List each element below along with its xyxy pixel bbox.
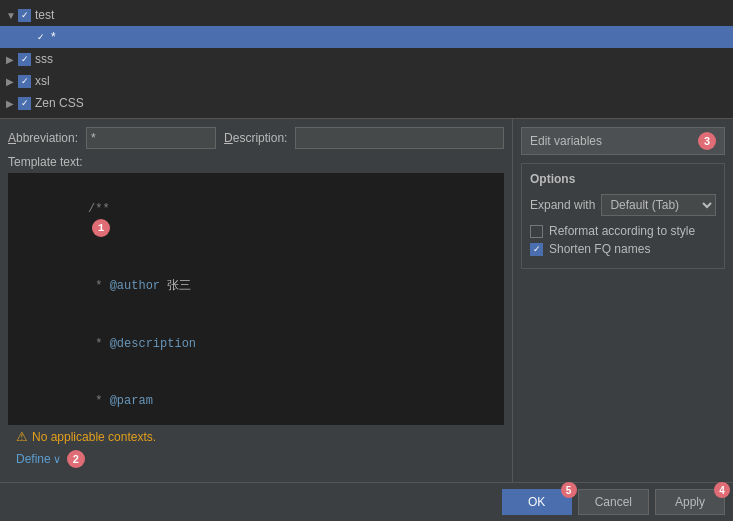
tree-item-sss[interactable]: ▶ sss (0, 48, 733, 70)
expand-with-row: Expand with Default (Tab) Tab Enter Spac… (530, 194, 716, 216)
warning-text: No applicable contexts. (32, 430, 156, 444)
options-group: Options Expand with Default (Tab) Tab En… (521, 163, 725, 269)
template-editor[interactable]: /** 1 * @author 张三 * @description * @par… (8, 173, 504, 425)
warning-area: ⚠ No applicable contexts. (8, 425, 504, 448)
badge-3: 3 (698, 132, 716, 150)
footer: OK 5 Cancel Apply 4 (0, 482, 733, 521)
abbrev-desc-row: Abbreviation: Description: (8, 127, 504, 149)
abbreviation-input[interactable] (86, 127, 216, 149)
cancel-button[interactable]: Cancel (578, 489, 649, 515)
ok-badge: 5 (561, 482, 577, 498)
tree-expand-test: ▼ (6, 10, 18, 21)
tree-label-test: test (35, 8, 54, 22)
badge-1: 1 (92, 219, 110, 237)
tree-label-zencss: Zen CSS (35, 96, 84, 110)
apply-button[interactable]: Apply 4 (655, 489, 725, 515)
edit-variables-label: Edit variables (530, 134, 602, 148)
code-line-3: * @param (16, 373, 496, 425)
ok-button[interactable]: OK 5 (502, 489, 572, 515)
reformat-checkbox[interactable] (530, 225, 543, 238)
code-line-2: * @description (16, 315, 496, 373)
tree-checkbox-zencss[interactable] (18, 97, 31, 110)
expand-with-select[interactable]: Default (Tab) Tab Enter Space (601, 194, 716, 216)
shorten-row: Shorten FQ names (530, 242, 716, 256)
apply-label: Apply (675, 495, 705, 509)
ok-label: OK (528, 495, 545, 509)
edit-variables-button[interactable]: Edit variables 3 (521, 127, 725, 155)
tree-checkbox-xsl[interactable] (18, 75, 31, 88)
tree-item-xsl[interactable]: ▶ xsl (0, 70, 733, 92)
tree-label-star: * (51, 30, 56, 44)
code-line-0: /** 1 (16, 181, 496, 258)
description-label: Description: (224, 131, 287, 145)
tree-expand-xsl: ▶ (6, 76, 18, 87)
description-input[interactable] (295, 127, 504, 149)
tree-checkbox-test[interactable] (18, 9, 31, 22)
expand-with-label: Expand with (530, 198, 595, 212)
shorten-checkbox[interactable] (530, 243, 543, 256)
reformat-row: Reformat according to style (530, 224, 716, 238)
main-content: Abbreviation: Description: Template text… (0, 119, 733, 482)
define-row: Define ∨ 2 (8, 448, 504, 474)
tree-area: ▼ test * ▶ sss ▶ xsl ▶ Zen CSS (0, 0, 733, 119)
tree-checkbox-star[interactable] (34, 31, 47, 44)
options-title: Options (530, 172, 716, 186)
template-text-label: Template text: (8, 155, 504, 169)
tree-checkbox-sss[interactable] (18, 53, 31, 66)
tree-item-star[interactable]: * (0, 26, 733, 48)
right-panel: Edit variables 3 Options Expand with Def… (513, 119, 733, 482)
abbreviation-label: Abbreviation: (8, 131, 78, 145)
cancel-label: Cancel (595, 495, 632, 509)
reformat-label: Reformat according to style (549, 224, 695, 238)
apply-badge: 4 (714, 482, 730, 498)
dialog: ▼ test * ▶ sss ▶ xsl ▶ Zen CSS (0, 0, 733, 521)
warning-icon: ⚠ (16, 429, 28, 444)
left-panel: Abbreviation: Description: Template text… (0, 119, 513, 482)
badge-2: 2 (67, 450, 85, 468)
tree-expand-sss: ▶ (6, 54, 18, 65)
tree-item-test[interactable]: ▼ test (0, 4, 733, 26)
code-line-1: * @author 张三 (16, 258, 496, 316)
define-link[interactable]: Define (16, 452, 51, 466)
tree-label-sss: sss (35, 52, 53, 66)
shorten-label: Shorten FQ names (549, 242, 650, 256)
tree-expand-zencss: ▶ (6, 98, 18, 109)
define-arrow: ∨ (53, 453, 61, 466)
tree-label-xsl: xsl (35, 74, 50, 88)
tree-item-zencss[interactable]: ▶ Zen CSS (0, 92, 733, 114)
